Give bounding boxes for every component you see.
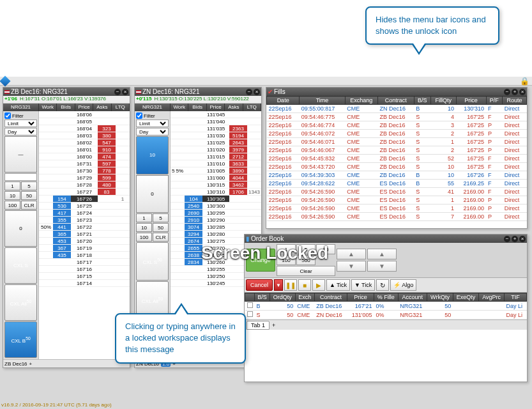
ladder-row[interactable]: 168'02547: [39, 139, 130, 146]
ladder-row[interactable]: 167'17: [39, 259, 130, 266]
price-down-button[interactable]: ▼: [337, 261, 366, 272]
qty-5[interactable]: 5: [296, 244, 315, 254]
ladder-row[interactable]: 131'0103633: [171, 160, 261, 167]
ladder-row[interactable]: 167'30778: [39, 167, 130, 174]
ladder-row[interactable]: 130'3153462: [171, 181, 261, 189]
ladder-row[interactable]: 131'0004044: [171, 174, 261, 181]
qty-down-button[interactable]: ▼: [367, 261, 397, 272]
qty-input[interactable]: [4, 173, 37, 181]
add-tab-icon[interactable]: +: [272, 322, 275, 328]
panel-header[interactable]: ✔ Fills − + ×: [266, 88, 527, 96]
qty-100[interactable]: 100: [136, 233, 152, 242]
ladder-row[interactable]: 2540130'300: [171, 203, 261, 210]
fills-row[interactable]: 22Sep1609:54:45:832CMEZB Dec16S52167'25F…: [267, 155, 527, 163]
cxl-sells-button[interactable]: CXL S: [4, 247, 37, 284]
fills-row[interactable]: 22Sep1609:54:46:072CMEZB Dec16S2167'25PD…: [267, 130, 527, 138]
ladder-row[interactable]: 168'05: [39, 118, 130, 125]
maximize-icon[interactable]: +: [512, 89, 518, 95]
ladder-row[interactable]: 365167'21: [39, 231, 130, 238]
qty-0[interactable]: 0: [4, 210, 37, 247]
order-type-select[interactable]: Limit: [136, 120, 169, 127]
lock-icon[interactable]: 🔒: [520, 77, 529, 86]
cxl-sells-button[interactable]: CXL S50: [136, 242, 169, 281]
change-button[interactable]: Change: [246, 249, 275, 272]
pause-button[interactable]: ❚❚: [284, 279, 297, 291]
ladder-row[interactable]: 168'03380: [39, 132, 130, 139]
orderbook-tab[interactable]: Tab 1: [247, 321, 270, 330]
ladder-row[interactable]: 50%441167'22: [39, 224, 130, 231]
qty-50[interactable]: 50: [21, 191, 37, 200]
fills-row[interactable]: 22Sep1609:54:26:590CMEES Dec16S72169.00P…: [267, 213, 527, 221]
close-icon[interactable]: ×: [254, 89, 260, 95]
qty-5[interactable]: 5: [153, 213, 169, 222]
orderbook-row[interactable]: S50CMEZN Dec16131'0050%NRG32150Day Li: [245, 311, 527, 320]
ladder-row[interactable]: 154167'2611: [39, 196, 130, 203]
refresh-button[interactable]: ↻: [376, 279, 389, 291]
ladder-row[interactable]: 130'31017061343: [171, 189, 261, 196]
cancel-button[interactable]: Cancel: [246, 279, 273, 291]
ladder-row[interactable]: 5 5%131'0053890: [171, 167, 261, 174]
filter-checkbox[interactable]: Filter: [4, 112, 37, 119]
ladder-row[interactable]: 355167'23: [39, 217, 130, 224]
ladder-row[interactable]: 167'2783: [39, 189, 130, 196]
qty-100[interactable]: 100: [277, 255, 296, 265]
fills-row[interactable]: 22Sep1609:54:28:622CMEES Dec16B552169.25…: [267, 180, 527, 188]
minimize-icon[interactable]: −: [114, 89, 121, 95]
minimize-icon[interactable]: −: [504, 236, 510, 242]
fills-grid[interactable]: DateTimeExchangContractB/SFillQtyPriceP/…: [266, 96, 527, 221]
fills-row[interactable]: 22Sep1609:54:46:071CMEZB Dec16S1167'25PD…: [267, 138, 527, 146]
order-type-select[interactable]: Limit: [4, 120, 37, 127]
ladder-row[interactable]: 167'14: [39, 280, 130, 287]
tif-select[interactable]: Day: [4, 128, 37, 135]
qty-up-button[interactable]: ▲: [367, 249, 397, 259]
panel-header[interactable]: ZB Dec16: NRG321 − ×: [3, 88, 130, 96]
orderbook-row[interactable]: B50CMEZB Dec16167'210%NRG32150Day Li: [245, 302, 527, 311]
filter-checkbox[interactable]: Filter: [136, 112, 169, 119]
ladder-row[interactable]: 131'0252643: [171, 139, 261, 146]
acct-dd[interactable]: NRG321: [3, 104, 39, 111]
cancel-dropdown[interactable]: ▼: [274, 279, 283, 291]
minimize-icon[interactable]: −: [246, 89, 252, 95]
qty-10[interactable]: 10: [316, 244, 335, 254]
close-icon[interactable]: ×: [519, 236, 526, 242]
price-up-button[interactable]: ▲: [337, 249, 366, 259]
ladder-row[interactable]: 530167'25: [39, 203, 130, 210]
ladder-row[interactable]: 435167'18: [39, 252, 130, 259]
ladder-row[interactable]: 167'29599: [39, 174, 130, 181]
qty-10[interactable]: 10: [4, 191, 20, 200]
ladder-row[interactable]: 131'0352363: [171, 125, 261, 132]
qty-0[interactable]: 0: [136, 175, 169, 213]
ladder-row[interactable]: 2910130'290: [171, 217, 261, 224]
maximize-icon[interactable]: +: [512, 236, 518, 242]
ladder-row[interactable]: 168'01910: [39, 146, 130, 153]
blank-btn[interactable]: —: [4, 136, 37, 173]
fills-row[interactable]: 22Sep1609:54:46:775CMEZB Dec16S4167'25FD…: [267, 113, 527, 121]
fills-row[interactable]: 22Sep1609:54:46:774CMEZB Dec16S3167'25PD…: [267, 121, 527, 130]
ladder-row[interactable]: 168'04323: [39, 125, 130, 132]
stop-button[interactable]: ■: [298, 279, 311, 291]
ladder-row[interactable]: 131'0305194: [171, 132, 261, 139]
qty-clr[interactable]: CLR: [153, 233, 169, 242]
fills-row[interactable]: 22Sep1609:54:26:590CMEES Dec16S12169.00P…: [267, 196, 527, 204]
ladder-row[interactable]: 167'31597: [39, 160, 130, 167]
fills-row[interactable]: 22Sep1609:55:00:817CMEZN Dec16B10130'310…: [267, 105, 527, 113]
ladder-row[interactable]: 2690130'295: [171, 210, 261, 217]
play-button[interactable]: ▶: [312, 279, 325, 291]
ladder-row[interactable]: 167'15: [39, 273, 130, 280]
cxl-all-button[interactable]: CXL All50: [4, 284, 37, 321]
ladder-row[interactable]: 367167'19: [39, 245, 130, 252]
panel-header[interactable]: ▮ Order Book − + ×: [245, 235, 527, 243]
tick-up-button[interactable]: ▲Tick: [326, 279, 350, 291]
fills-row[interactable]: 22Sep1609:54:43:720CMEZB Dec16S10167'25F…: [267, 163, 527, 171]
orderbook-grid[interactable]: B/SOrdQtyExchContractPrice% FilleAccount…: [245, 293, 527, 320]
ladder-row[interactable]: 167'28480: [39, 181, 130, 189]
fills-row[interactable]: 22Sep1609:54:46:067CMEZB Dec16S2167'25PD…: [267, 146, 527, 155]
tif-select[interactable]: Day: [136, 128, 169, 135]
cxl-buys-button[interactable]: CXL B50: [4, 321, 37, 358]
qty-50[interactable]: 50: [153, 223, 169, 232]
acct-dd[interactable]: NRG321: [135, 104, 171, 111]
footer-plus-icon[interactable]: +: [29, 361, 33, 367]
qty-clear[interactable]: Clear: [277, 266, 335, 276]
ladder-row[interactable]: 3074130'285: [171, 224, 261, 231]
ladder-row[interactable]: 104130'305: [171, 196, 261, 203]
